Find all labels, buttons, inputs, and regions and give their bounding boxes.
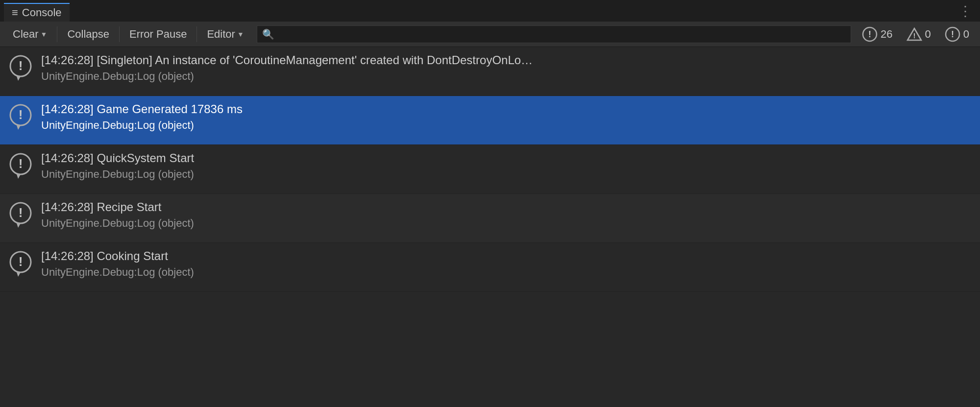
svg-text:!: !	[19, 254, 23, 269]
clear-dropdown-arrow: ▼	[41, 30, 48, 38]
log-text: [14:26:28] Cooking StartUnityEngine.Debu…	[41, 248, 194, 279]
log-icon-wrap: !	[7, 103, 34, 130]
log-main-text: [14:26:28] Recipe Start	[41, 199, 194, 215]
log-sub-text: UnityEngine.Debug:Log (object)	[41, 119, 243, 133]
log-item[interactable]: ! [14:26:28] Recipe StartUnityEngine.Deb…	[0, 194, 980, 243]
log-sub-text: UnityEngine.Debug:Log (object)	[41, 265, 194, 280]
console-window: ≡ Console ⋮ Clear ▼ Collapse Error Pause…	[0, 0, 980, 407]
svg-text:!: !	[868, 29, 871, 39]
separator-3	[196, 26, 197, 42]
editor-dropdown-arrow: ▼	[237, 30, 244, 38]
log-text: [14:26:28] Game Generated 17836 msUnityE…	[41, 101, 243, 132]
log-item[interactable]: ! [14:26:28] [Singleton] An instance of …	[0, 47, 980, 96]
clear-label: Clear	[13, 28, 39, 41]
search-container: 🔍	[257, 25, 851, 43]
log-list[interactable]: ! [14:26:28] [Singleton] An instance of …	[0, 47, 980, 407]
info-badge-button[interactable]: ! 0	[938, 24, 976, 44]
toolbar: Clear ▼ Collapse Error Pause Editor ▼ 🔍 …	[0, 22, 980, 47]
clear-button[interactable]: Clear ▼	[4, 24, 56, 44]
log-main-text: [14:26:28] Game Generated 17836 ms	[41, 101, 243, 118]
more-options-icon[interactable]: ⋮	[955, 1, 976, 21]
log-type-icon: !	[7, 201, 34, 228]
warning-count: 0	[925, 28, 931, 41]
badge-group: ! 26 ! 0 ! 0	[855, 24, 976, 44]
log-main-text: [14:26:28] QuickSystem Start	[41, 150, 194, 167]
log-text: [14:26:28] QuickSystem StartUnityEngine.…	[41, 150, 194, 181]
console-tab-icon: ≡	[12, 6, 18, 19]
separator-1	[57, 26, 57, 42]
warning-badge-button[interactable]: ! 0	[900, 24, 938, 44]
log-icon-wrap: !	[7, 54, 34, 81]
svg-text:!: !	[19, 205, 23, 220]
log-text: [14:26:28] [Singleton] An instance of 'C…	[41, 52, 533, 83]
log-sub-text: UnityEngine.Debug:Log (object)	[41, 70, 533, 84]
error-badge-button[interactable]: ! 26	[855, 24, 899, 44]
collapse-button[interactable]: Collapse	[58, 24, 118, 44]
tab-bar: ≡ Console ⋮	[0, 0, 980, 22]
warning-badge-icon: !	[906, 27, 922, 41]
console-tab[interactable]: ≡ Console	[4, 3, 70, 22]
editor-label: Editor	[207, 28, 235, 41]
info-badge-icon: !	[945, 26, 960, 42]
error-pause-button[interactable]: Error Pause	[121, 24, 196, 44]
svg-text:!: !	[913, 32, 915, 40]
log-icon-wrap: !	[7, 152, 34, 179]
svg-text:!: !	[19, 156, 23, 171]
error-count: 26	[881, 28, 892, 41]
svg-text:!: !	[951, 29, 954, 39]
log-item[interactable]: ! [14:26:28] Game Generated 17836 msUnit…	[0, 96, 980, 145]
log-type-icon: !	[7, 152, 34, 179]
info-count: 0	[963, 28, 969, 41]
separator-2	[119, 26, 120, 42]
log-type-icon: !	[7, 103, 34, 130]
error-badge-icon: !	[862, 26, 878, 42]
svg-text:!: !	[19, 107, 23, 122]
log-icon-wrap: !	[7, 201, 34, 228]
log-item[interactable]: ! [14:26:28] QuickSystem StartUnityEngin…	[0, 145, 980, 194]
log-icon-wrap: !	[7, 250, 34, 277]
search-icon: 🔍	[262, 28, 274, 40]
log-item[interactable]: ! [14:26:28] Cooking StartUnityEngine.De…	[0, 243, 980, 292]
collapse-label: Collapse	[67, 28, 109, 41]
log-type-icon: !	[7, 54, 34, 81]
editor-button[interactable]: Editor ▼	[198, 24, 252, 44]
log-text: [14:26:28] Recipe StartUnityEngine.Debug…	[41, 199, 194, 230]
error-pause-label: Error Pause	[129, 28, 187, 41]
log-main-text: [14:26:28] [Singleton] An instance of 'C…	[41, 52, 533, 69]
log-type-icon: !	[7, 250, 34, 277]
search-input[interactable]	[278, 28, 846, 40]
console-tab-label: Console	[22, 6, 62, 19]
log-main-text: [14:26:28] Cooking Start	[41, 248, 194, 264]
log-sub-text: UnityEngine.Debug:Log (object)	[41, 168, 194, 182]
log-sub-text: UnityEngine.Debug:Log (object)	[41, 216, 194, 231]
svg-text:!: !	[19, 58, 23, 73]
